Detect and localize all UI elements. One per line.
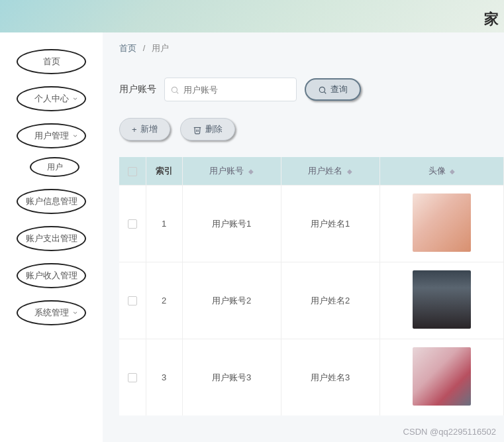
add-button[interactable]: + 新增 (119, 118, 170, 140)
sidebar-item-label: 用户管理 (34, 130, 69, 142)
cell-account: 用户账号1 (182, 186, 281, 262)
cell-name: 用户姓名1 (281, 186, 379, 262)
table-row: 3 用户账号3 用户姓名3 (119, 339, 504, 416)
table-row: 1 用户账号1 用户姓名1 (119, 186, 504, 262)
table-header-avatar[interactable]: 头像 ◆ (379, 157, 503, 186)
button-label: 查询 (330, 83, 348, 95)
watermark: CSDN @qq2295116502 (403, 427, 496, 437)
select-all-checkbox[interactable] (128, 167, 137, 176)
sidebar-item-account-info[interactable]: 账户信息管理 (17, 189, 86, 214)
row-checkbox[interactable] (128, 373, 137, 382)
action-row: + 新增 删除 (119, 118, 504, 140)
cell-account: 用户账号2 (182, 262, 281, 339)
svg-line-1 (176, 91, 178, 93)
sidebar-item-system[interactable]: 系统管理 (17, 300, 86, 325)
query-button[interactable]: 查询 (305, 78, 361, 101)
sidebar-item-label: 账户收入管理 (26, 270, 77, 282)
cell-index: 1 (146, 186, 182, 262)
cell-name: 用户姓名3 (281, 339, 379, 416)
header-banner: 家 (0, 0, 504, 32)
filter-row: 用户账号 查询 (119, 78, 504, 101)
sidebar: 首页 个人中心 用户管理 用户 账户信息管理 账户支出管理 账户收入管理 系统管… (0, 32, 103, 442)
sidebar-item-account-expense[interactable]: 账户支出管理 (17, 226, 86, 251)
sidebar-item-label: 首页 (43, 56, 60, 68)
breadcrumb-separator: / (143, 43, 146, 53)
sidebar-subitem-user[interactable]: 用户 (30, 157, 79, 177)
breadcrumb: 首页 / 用户 (119, 42, 504, 54)
svg-point-0 (172, 87, 177, 92)
avatar[interactable] (413, 193, 471, 252)
search-icon (170, 83, 179, 95)
table-row: 2 用户账号2 用户姓名2 (119, 262, 504, 339)
sidebar-item-home[interactable]: 首页 (17, 49, 86, 74)
svg-line-3 (324, 91, 326, 93)
table-header-checkbox (119, 157, 146, 186)
table-header-index[interactable]: 索引 (146, 157, 182, 186)
delete-button[interactable]: 删除 (180, 118, 235, 140)
avatar[interactable] (413, 270, 471, 329)
cell-avatar (379, 262, 503, 339)
cell-index: 3 (146, 339, 182, 416)
filter-label: 用户账号 (119, 83, 156, 95)
avatar[interactable] (413, 347, 471, 406)
sidebar-item-label: 账户信息管理 (26, 195, 77, 207)
breadcrumb-home[interactable]: 首页 (119, 43, 136, 53)
cell-account: 用户账号3 (182, 339, 281, 416)
data-table: 索引 用户账号 ◆ 用户姓名 ◆ 头像 ◆ (119, 157, 504, 415)
sort-icon: ◆ (248, 168, 254, 175)
sort-icon: ◆ (450, 168, 455, 175)
sort-icon: ◆ (347, 168, 352, 175)
table-header-name[interactable]: 用户姓名 ◆ (281, 157, 379, 186)
trash-icon (193, 124, 202, 135)
sidebar-item-account-income[interactable]: 账户收入管理 (17, 263, 86, 288)
sidebar-item-user-mgmt[interactable]: 用户管理 (17, 123, 86, 148)
cell-index: 2 (146, 262, 182, 339)
sidebar-item-label: 账户支出管理 (26, 233, 77, 245)
row-checkbox[interactable] (128, 296, 137, 305)
svg-point-2 (319, 87, 325, 92)
plus-icon: + (132, 125, 137, 135)
main-content: 首页 / 用户 用户账号 查询 + 新增 (103, 32, 504, 442)
sidebar-item-label: 用户 (47, 162, 63, 173)
search-icon (318, 84, 327, 95)
row-checkbox[interactable] (128, 219, 137, 229)
button-label: 删除 (205, 123, 223, 135)
sidebar-item-label: 系统管理 (34, 307, 69, 319)
breadcrumb-current: 用户 (152, 43, 169, 53)
cell-avatar (379, 186, 503, 262)
sidebar-item-label: 个人中心 (34, 93, 69, 105)
table-header-account[interactable]: 用户账号 ◆ (182, 157, 281, 186)
sidebar-item-personal[interactable]: 个人中心 (17, 86, 86, 111)
cell-avatar (379, 339, 503, 416)
cell-name: 用户姓名2 (281, 262, 379, 339)
button-label: 新增 (140, 123, 158, 135)
search-input[interactable] (164, 78, 297, 101)
page-title: 家 (484, 9, 499, 29)
